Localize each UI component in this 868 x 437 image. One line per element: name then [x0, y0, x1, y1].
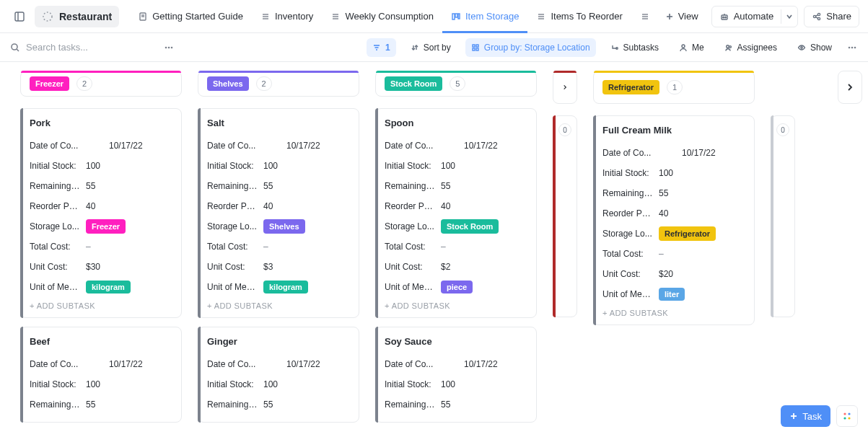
people-icon [724, 43, 733, 52]
field-value-initial: 100 [86, 161, 100, 171]
group-icon [471, 43, 480, 52]
collapsed-body[interactable]: 0 [771, 115, 795, 317]
field-value-date: 10/17/22 [109, 359, 143, 369]
task-card[interactable]: Salt Date of Co...10/17/22 Initial Stock… [198, 108, 359, 318]
add-view-label: View [678, 11, 698, 22]
column-count: 5 [450, 76, 465, 91]
storage-tag: Shelves [263, 219, 305, 234]
kanban-board[interactable]: Freezer 2 Pork Date of Co...10/17/22 Ini… [0, 62, 868, 437]
field-label-reorder: Reorder Poi... [602, 208, 653, 218]
task-card[interactable]: Ginger Date of Co...10/17/22 Initial Sto… [198, 327, 359, 423]
eye-icon [797, 43, 806, 52]
field-value-total: – [441, 242, 446, 252]
tab-item-storage[interactable]: Item Storage [442, 0, 527, 33]
task-card[interactable]: Full Cream Milk Date of Co...10/17/22 In… [593, 115, 755, 325]
automate-button[interactable]: Automate [712, 6, 781, 27]
field-value-remaining: 55 [86, 400, 95, 410]
svg-point-25 [724, 17, 726, 18]
field-label-storage: Storage Lo... [207, 221, 258, 231]
svg-point-50 [851, 46, 854, 48]
field-label-date: Date of Co... [30, 359, 80, 369]
new-task-button[interactable]: Task [781, 405, 830, 427]
task-card[interactable]: Spoon Date of Co...10/17/22 Initial Stoc… [375, 108, 537, 318]
column-header[interactable]: Shelves 2 [198, 71, 359, 97]
column-header[interactable]: Refrigerator 1 [593, 71, 755, 104]
automate-dropdown[interactable] [781, 6, 797, 27]
task-title: Beef [30, 336, 172, 347]
collapse-sidebar-icon[interactable] [9, 6, 30, 27]
search-field[interactable] [10, 42, 154, 53]
show-chip[interactable]: Show [792, 38, 838, 57]
tab-getting-started[interactable]: Getting Started Guide [129, 0, 252, 33]
add-subtask-button[interactable]: + ADD SUBTASK [602, 309, 745, 317]
task-card[interactable]: Beef Date of Co...10/17/22 Initial Stock… [20, 327, 182, 423]
list-icon [260, 12, 271, 22]
field-label-unitcost: Unit Cost: [30, 262, 80, 272]
more-options-icon[interactable] [163, 42, 175, 53]
tab-items-to-reorder[interactable]: Items To Reorder [527, 0, 631, 33]
tab-inventory[interactable]: Inventory [252, 0, 322, 33]
tab-overflow[interactable]: Ou [631, 0, 654, 33]
field-label-initial: Initial Stock: [30, 379, 80, 389]
svg-rect-12 [452, 14, 455, 19]
search-input[interactable] [26, 42, 127, 53]
task-title: Spoon [385, 118, 527, 128]
list-icon [330, 12, 341, 22]
field-value-unitcost: $3 [263, 262, 273, 272]
add-subtask-button[interactable]: + ADD SUBTASK [207, 301, 350, 310]
svg-line-31 [816, 17, 818, 18]
collapsed-header[interactable] [553, 71, 577, 104]
robot-icon [719, 12, 729, 22]
new-task-label: Task [802, 411, 822, 422]
column-cards: Full Cream Milk Date of Co...10/17/22 In… [593, 115, 755, 325]
svg-point-29 [818, 17, 820, 19]
apps-button[interactable] [836, 405, 858, 427]
tab-label: Weekly Consumption [345, 11, 434, 22]
column-cards: Pork Date of Co...10/17/22 Initial Stock… [20, 108, 182, 423]
field-label-unitcost: Unit Cost: [385, 262, 435, 272]
filter-count-chip[interactable]: 1 [367, 38, 396, 57]
collapsed-column-2[interactable]: 0 [771, 71, 795, 423]
toolbar-more-icon[interactable] [846, 42, 858, 53]
collapsed-body[interactable]: 0 [553, 115, 577, 317]
field-label-storage: Storage Lo... [602, 229, 653, 239]
field-label-initial: Initial Stock: [207, 379, 258, 389]
assignees-chip[interactable]: Assignees [719, 38, 783, 57]
add-subtask-button[interactable]: + ADD SUBTASK [30, 301, 172, 310]
tab-weekly-consumption[interactable]: Weekly Consumption [322, 0, 442, 33]
svg-rect-14 [458, 14, 460, 19]
add-view-button[interactable]: View [658, 6, 706, 27]
workspace-badge[interactable]: Restaurant [35, 6, 119, 27]
svg-line-33 [17, 49, 19, 51]
share-icon [812, 12, 822, 22]
column-count: 1 [667, 80, 683, 94]
field-label-initial: Initial Stock: [602, 168, 653, 178]
task-title: Ginger [207, 336, 350, 347]
field-value-initial: 100 [441, 379, 455, 389]
add-subtask-button[interactable]: + ADD SUBTASK [385, 301, 527, 310]
top-bar: Restaurant Getting Started Guide Invento… [0, 0, 868, 33]
subtasks-chip[interactable]: Subtasks [605, 38, 665, 57]
collapsed-column-1[interactable]: 0 [553, 71, 577, 423]
list-icon [536, 12, 546, 22]
task-card[interactable]: Pork Date of Co...10/17/22 Initial Stock… [20, 108, 182, 318]
tab-label: Inventory [275, 11, 313, 22]
task-card[interactable]: Soy Sauce Date of Co...10/17/22 Initial … [375, 327, 537, 423]
collapsed-count: 0 [558, 123, 571, 136]
field-value-initial: 100 [441, 161, 455, 171]
column-header[interactable]: Stock Room 5 [375, 71, 537, 97]
unit-tag: piece [441, 281, 473, 293]
field-value-remaining: 55 [86, 181, 95, 191]
field-label-remaining: Remaining ... [385, 181, 435, 191]
column-header[interactable]: Freezer 2 [20, 71, 182, 97]
sortby-chip[interactable]: Sort by [405, 38, 457, 57]
me-chip[interactable]: Me [673, 38, 710, 57]
board-wrap: Freezer 2 Pork Date of Co...10/17/22 Ini… [0, 62, 868, 437]
collapsed-count: 0 [776, 123, 789, 136]
field-value-date: 10/17/22 [286, 141, 320, 151]
groupby-chip[interactable]: Group by: Storage Location [465, 38, 596, 57]
field-value-unitmeas: kilogram [86, 281, 131, 293]
share-button[interactable]: Share [804, 6, 859, 27]
board-scroll-right[interactable] [838, 71, 862, 104]
column-tag: Shelves [207, 76, 249, 91]
